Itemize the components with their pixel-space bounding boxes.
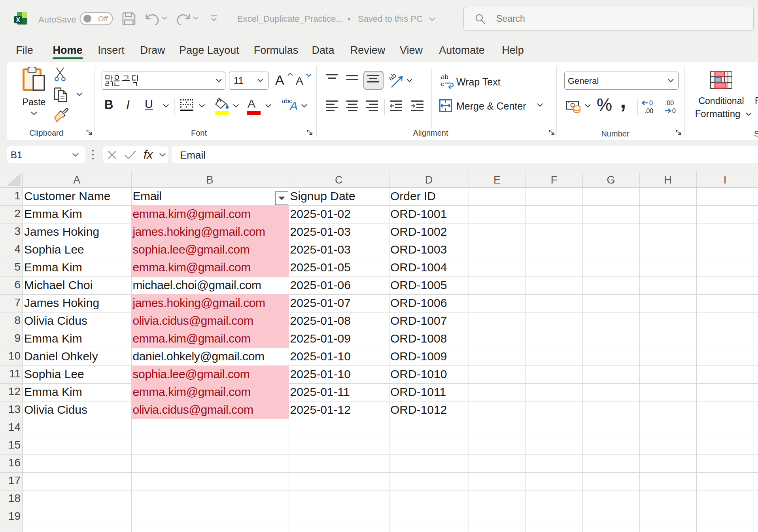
svg-text:0: 0 (649, 100, 653, 106)
svg-text:X: X (16, 16, 21, 24)
svg-text:ab: ab (389, 73, 398, 82)
svg-text:0: 0 (672, 108, 676, 114)
svg-text:.00: .00 (665, 100, 674, 106)
svg-text:c: c (441, 80, 444, 88)
svg-text:.00: .00 (645, 108, 653, 114)
svg-text:Off: Off (98, 15, 108, 23)
svg-text:ab: ab (441, 74, 448, 81)
